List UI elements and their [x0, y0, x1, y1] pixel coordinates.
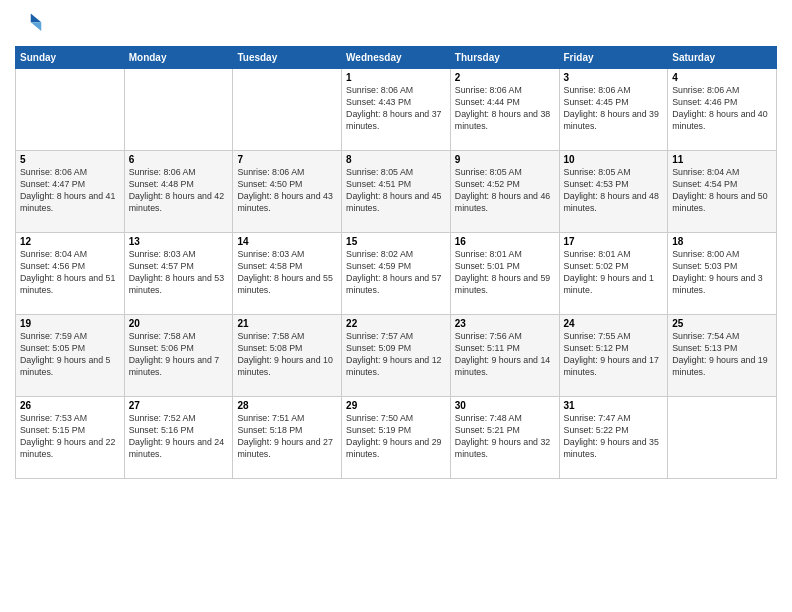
weekday-header: Tuesday — [233, 47, 342, 69]
day-number: 28 — [237, 400, 337, 411]
calendar-cell: 9Sunrise: 8:05 AM Sunset: 4:52 PM Daylig… — [450, 151, 559, 233]
day-info: Sunrise: 7:48 AM Sunset: 5:21 PM Dayligh… — [455, 413, 555, 461]
day-info: Sunrise: 7:51 AM Sunset: 5:18 PM Dayligh… — [237, 413, 337, 461]
day-info: Sunrise: 8:06 AM Sunset: 4:48 PM Dayligh… — [129, 167, 229, 215]
day-info: Sunrise: 8:00 AM Sunset: 5:03 PM Dayligh… — [672, 249, 772, 297]
calendar-cell: 18Sunrise: 8:00 AM Sunset: 5:03 PM Dayli… — [668, 233, 777, 315]
day-number: 4 — [672, 72, 772, 83]
weekday-header: Saturday — [668, 47, 777, 69]
calendar-cell: 1Sunrise: 8:06 AM Sunset: 4:43 PM Daylig… — [342, 69, 451, 151]
calendar-week-row: 5Sunrise: 8:06 AM Sunset: 4:47 PM Daylig… — [16, 151, 777, 233]
day-info: Sunrise: 7:59 AM Sunset: 5:05 PM Dayligh… — [20, 331, 120, 379]
header — [15, 10, 777, 38]
calendar-table: SundayMondayTuesdayWednesdayThursdayFrid… — [15, 46, 777, 479]
day-number: 29 — [346, 400, 446, 411]
weekday-header: Friday — [559, 47, 668, 69]
day-info: Sunrise: 8:06 AM Sunset: 4:50 PM Dayligh… — [237, 167, 337, 215]
day-info: Sunrise: 7:57 AM Sunset: 5:09 PM Dayligh… — [346, 331, 446, 379]
day-info: Sunrise: 7:55 AM Sunset: 5:12 PM Dayligh… — [564, 331, 664, 379]
logo — [15, 10, 47, 38]
page: SundayMondayTuesdayWednesdayThursdayFrid… — [0, 0, 792, 612]
day-info: Sunrise: 8:01 AM Sunset: 5:02 PM Dayligh… — [564, 249, 664, 297]
day-number: 3 — [564, 72, 664, 83]
weekday-header: Wednesday — [342, 47, 451, 69]
day-info: Sunrise: 7:54 AM Sunset: 5:13 PM Dayligh… — [672, 331, 772, 379]
day-info: Sunrise: 8:06 AM Sunset: 4:47 PM Dayligh… — [20, 167, 120, 215]
day-info: Sunrise: 8:05 AM Sunset: 4:51 PM Dayligh… — [346, 167, 446, 215]
day-number: 25 — [672, 318, 772, 329]
calendar-cell: 28Sunrise: 7:51 AM Sunset: 5:18 PM Dayli… — [233, 397, 342, 479]
day-info: Sunrise: 8:01 AM Sunset: 5:01 PM Dayligh… — [455, 249, 555, 297]
day-number: 7 — [237, 154, 337, 165]
weekday-header: Monday — [124, 47, 233, 69]
day-number: 30 — [455, 400, 555, 411]
day-number: 8 — [346, 154, 446, 165]
day-info: Sunrise: 7:56 AM Sunset: 5:11 PM Dayligh… — [455, 331, 555, 379]
calendar-header-row: SundayMondayTuesdayWednesdayThursdayFrid… — [16, 47, 777, 69]
calendar-cell — [16, 69, 125, 151]
day-info: Sunrise: 8:06 AM Sunset: 4:45 PM Dayligh… — [564, 85, 664, 133]
day-number: 2 — [455, 72, 555, 83]
calendar-cell: 3Sunrise: 8:06 AM Sunset: 4:45 PM Daylig… — [559, 69, 668, 151]
calendar-cell: 4Sunrise: 8:06 AM Sunset: 4:46 PM Daylig… — [668, 69, 777, 151]
calendar-week-row: 26Sunrise: 7:53 AM Sunset: 5:15 PM Dayli… — [16, 397, 777, 479]
calendar-cell: 22Sunrise: 7:57 AM Sunset: 5:09 PM Dayli… — [342, 315, 451, 397]
day-info: Sunrise: 8:05 AM Sunset: 4:53 PM Dayligh… — [564, 167, 664, 215]
day-number: 15 — [346, 236, 446, 247]
day-number: 6 — [129, 154, 229, 165]
day-number: 14 — [237, 236, 337, 247]
calendar-cell: 12Sunrise: 8:04 AM Sunset: 4:56 PM Dayli… — [16, 233, 125, 315]
weekday-header: Sunday — [16, 47, 125, 69]
calendar-cell: 21Sunrise: 7:58 AM Sunset: 5:08 PM Dayli… — [233, 315, 342, 397]
calendar-cell: 25Sunrise: 7:54 AM Sunset: 5:13 PM Dayli… — [668, 315, 777, 397]
day-number: 9 — [455, 154, 555, 165]
day-info: Sunrise: 8:02 AM Sunset: 4:59 PM Dayligh… — [346, 249, 446, 297]
calendar-cell — [233, 69, 342, 151]
calendar-cell: 26Sunrise: 7:53 AM Sunset: 5:15 PM Dayli… — [16, 397, 125, 479]
calendar-cell: 31Sunrise: 7:47 AM Sunset: 5:22 PM Dayli… — [559, 397, 668, 479]
day-info: Sunrise: 7:58 AM Sunset: 5:06 PM Dayligh… — [129, 331, 229, 379]
day-number: 26 — [20, 400, 120, 411]
calendar-week-row: 1Sunrise: 8:06 AM Sunset: 4:43 PM Daylig… — [16, 69, 777, 151]
calendar-cell: 15Sunrise: 8:02 AM Sunset: 4:59 PM Dayli… — [342, 233, 451, 315]
day-number: 24 — [564, 318, 664, 329]
day-info: Sunrise: 8:04 AM Sunset: 4:56 PM Dayligh… — [20, 249, 120, 297]
day-info: Sunrise: 7:50 AM Sunset: 5:19 PM Dayligh… — [346, 413, 446, 461]
calendar-cell: 14Sunrise: 8:03 AM Sunset: 4:58 PM Dayli… — [233, 233, 342, 315]
day-info: Sunrise: 8:06 AM Sunset: 4:44 PM Dayligh… — [455, 85, 555, 133]
calendar-cell: 13Sunrise: 8:03 AM Sunset: 4:57 PM Dayli… — [124, 233, 233, 315]
calendar-cell: 23Sunrise: 7:56 AM Sunset: 5:11 PM Dayli… — [450, 315, 559, 397]
day-info: Sunrise: 8:03 AM Sunset: 4:58 PM Dayligh… — [237, 249, 337, 297]
calendar-cell: 5Sunrise: 8:06 AM Sunset: 4:47 PM Daylig… — [16, 151, 125, 233]
day-number: 1 — [346, 72, 446, 83]
weekday-header: Thursday — [450, 47, 559, 69]
calendar-week-row: 19Sunrise: 7:59 AM Sunset: 5:05 PM Dayli… — [16, 315, 777, 397]
day-number: 17 — [564, 236, 664, 247]
day-info: Sunrise: 7:52 AM Sunset: 5:16 PM Dayligh… — [129, 413, 229, 461]
day-number: 5 — [20, 154, 120, 165]
svg-marker-0 — [31, 14, 42, 23]
calendar-cell — [668, 397, 777, 479]
day-number: 27 — [129, 400, 229, 411]
calendar-cell: 17Sunrise: 8:01 AM Sunset: 5:02 PM Dayli… — [559, 233, 668, 315]
day-number: 13 — [129, 236, 229, 247]
day-number: 11 — [672, 154, 772, 165]
calendar-cell: 10Sunrise: 8:05 AM Sunset: 4:53 PM Dayli… — [559, 151, 668, 233]
day-number: 12 — [20, 236, 120, 247]
calendar-cell: 7Sunrise: 8:06 AM Sunset: 4:50 PM Daylig… — [233, 151, 342, 233]
calendar-cell: 19Sunrise: 7:59 AM Sunset: 5:05 PM Dayli… — [16, 315, 125, 397]
day-number: 31 — [564, 400, 664, 411]
calendar-cell: 16Sunrise: 8:01 AM Sunset: 5:01 PM Dayli… — [450, 233, 559, 315]
calendar-week-row: 12Sunrise: 8:04 AM Sunset: 4:56 PM Dayli… — [16, 233, 777, 315]
svg-marker-1 — [31, 22, 42, 31]
day-info: Sunrise: 7:58 AM Sunset: 5:08 PM Dayligh… — [237, 331, 337, 379]
day-number: 16 — [455, 236, 555, 247]
day-number: 18 — [672, 236, 772, 247]
calendar-cell: 8Sunrise: 8:05 AM Sunset: 4:51 PM Daylig… — [342, 151, 451, 233]
day-info: Sunrise: 8:05 AM Sunset: 4:52 PM Dayligh… — [455, 167, 555, 215]
calendar-cell: 30Sunrise: 7:48 AM Sunset: 5:21 PM Dayli… — [450, 397, 559, 479]
day-number: 21 — [237, 318, 337, 329]
calendar-cell — [124, 69, 233, 151]
day-info: Sunrise: 7:47 AM Sunset: 5:22 PM Dayligh… — [564, 413, 664, 461]
day-info: Sunrise: 7:53 AM Sunset: 5:15 PM Dayligh… — [20, 413, 120, 461]
